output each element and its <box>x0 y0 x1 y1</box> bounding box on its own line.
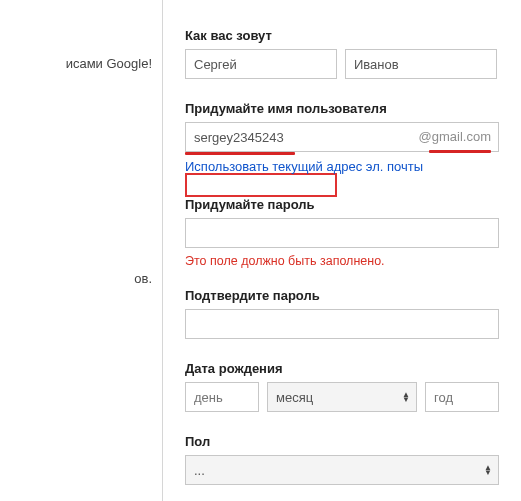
left-text-1: исами Google! <box>0 56 152 71</box>
password-input[interactable] <box>185 218 499 248</box>
gender-label: Пол <box>185 434 507 449</box>
last-name-input[interactable] <box>345 49 497 79</box>
annotation-red-box <box>185 173 337 197</box>
password-label: Придумайте пароль <box>185 197 507 212</box>
birth-label: Дата рождения <box>185 361 507 376</box>
confirm-password-input[interactable] <box>185 309 499 339</box>
annotation-underline-left <box>185 152 295 155</box>
birth-month-value: месяц <box>276 390 313 405</box>
username-input[interactable] <box>185 122 499 152</box>
gender-select[interactable]: ... ▲▼ <box>185 455 499 485</box>
gender-value: ... <box>194 463 205 478</box>
birth-year-input[interactable] <box>425 382 499 412</box>
birth-month-select[interactable]: месяц ▲▼ <box>267 382 417 412</box>
dropdown-spinner-icon: ▲▼ <box>402 392 410 402</box>
dropdown-spinner-icon: ▲▼ <box>484 465 492 475</box>
password-error: Это поле должно быть заполнено. <box>185 254 507 268</box>
confirm-password-label: Подтвердите пароль <box>185 288 507 303</box>
signup-form: Как вас зовут Придумайте имя пользовател… <box>163 0 521 501</box>
first-name-input[interactable] <box>185 49 337 79</box>
left-text-2: ов. <box>0 271 152 286</box>
use-current-email-link[interactable]: Использовать текущий адрес эл. почты <box>185 159 423 174</box>
birth-day-input[interactable] <box>185 382 259 412</box>
left-column: исами Google! ов. <box>0 0 162 501</box>
username-label: Придумайте имя пользователя <box>185 101 507 116</box>
annotation-underline-right <box>429 150 491 153</box>
name-label: Как вас зовут <box>185 28 507 43</box>
